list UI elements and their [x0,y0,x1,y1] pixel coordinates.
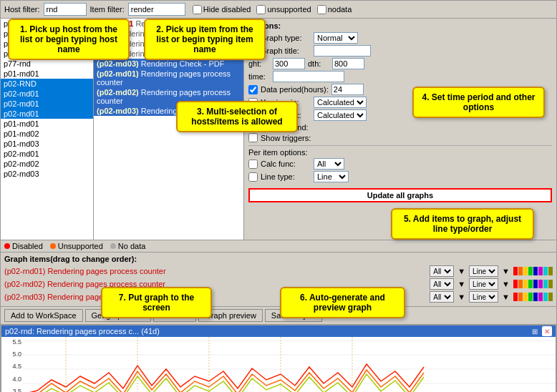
callout-4: 4. Set time period and other options [412,87,545,118]
host-item[interactable]: p01-md01 [1,119,93,129]
y-axis-max-select[interactable]: CalculatedFixed [314,109,367,121]
graph-items-title: Graph items(drag to change order): [4,255,553,263]
color-box[interactable] [528,293,533,301]
color-box[interactable] [528,280,533,288]
host-item[interactable]: p01-md02 [1,129,93,139]
color-box[interactable] [528,267,533,275]
color-box[interactable] [543,293,548,301]
color-box[interactable] [548,280,553,288]
graph-item-calc-select[interactable]: All [430,265,454,277]
color-box[interactable] [523,280,528,288]
callout-4-text: 4. Set time period and other options [422,92,535,112]
host-item[interactable]: p02-RND [1,79,93,89]
host-item[interactable]: p02-md01 [1,89,93,99]
time-input[interactable] [273,71,344,82]
graph-content: 5.5 5.0 4.5 4.0 3.5 3.0 [1,337,556,392]
color-box[interactable] [513,293,518,301]
line-type-label: Line type: [261,172,311,181]
graph-item-line-select[interactable]: Line [469,291,498,303]
height-input[interactable] [273,58,305,69]
calc-func-select[interactable]: AllMinMax [314,158,344,170]
color-box[interactable] [513,280,518,288]
color-box[interactable] [523,293,528,301]
host-filter-input[interactable] [44,3,87,16]
width-input[interactable] [332,58,364,69]
host-item[interactable]: p02-md01 [1,109,93,119]
arrow-icon: ▼ [502,267,510,275]
host-item[interactable]: p02-md01 [1,149,93,159]
list-item[interactable]: (p02-md03) Rendering Check - PDF [94,59,243,69]
line-type-select[interactable]: LineFilledBold [314,171,349,182]
graph-preview: p02-rnd: Rendering pages process c... (4… [1,325,556,392]
color-box[interactable] [518,267,523,275]
color-box[interactable] [538,267,543,275]
graph-zoom-icon[interactable]: ⊞ [530,326,540,336]
nodata-checkbox[interactable] [317,5,326,14]
host-item[interactable]: p02-md02 [1,159,93,169]
graph-item-row: (p02-rnd01) Rendering pages process coun… [4,265,553,277]
options-title: Options: [248,21,552,30]
hide-disabled-checkbox-label[interactable]: Hide disabled [193,5,251,14]
callout-1-text: 1. Pick up host from the list or begin t… [20,24,117,54]
line-type-checkbox[interactable] [248,172,258,182]
list-item[interactable]: (p02-md01) Rendering pages process count… [94,69,243,87]
color-box[interactable] [518,293,523,301]
calc-func-checkbox[interactable] [248,160,258,169]
graph-item-row: (p02-md02) Rendering pages process count… [4,278,553,290]
color-box[interactable] [513,267,518,275]
update-all-graphs-button[interactable]: Update all graphs [248,188,552,202]
color-box[interactable] [548,267,553,275]
color-box[interactable] [538,293,543,301]
y-value: 5.5 [3,338,21,346]
color-box[interactable] [523,267,528,275]
y-value: 4.0 [3,376,21,383]
callout-1: 1. Pick up host from the list or begin t… [8,19,130,60]
color-box[interactable] [533,280,538,288]
show-triggers-row: Show triggers: [248,133,552,142]
color-box[interactable] [548,293,553,301]
y-axis-min-select[interactable]: CalculatedFixed [314,97,367,108]
per-item-label: Per item options: [248,148,552,157]
item-filter-input[interactable] [128,3,185,16]
graph-item-calc-select[interactable]: All [430,278,454,290]
host-item[interactable]: p01-md01 [1,69,93,79]
add-to-workspace-button[interactable]: Add to WorkSpace [4,309,83,322]
host-item[interactable]: p01-md03 [1,139,93,149]
graph-close-icon[interactable]: ✕ [542,326,552,336]
host-item[interactable]: p02-md01 [1,99,93,109]
host-filter-label: Host filter: [4,5,40,14]
graph-item-line-select[interactable]: Line [469,265,498,277]
data-period-input[interactable] [331,84,364,95]
graph-item-name: (p02-rnd01) Rendering pages process coun… [4,267,426,275]
nodata-checkbox-label[interactable]: nodata [317,5,352,14]
graph-title-input[interactable] [314,45,371,57]
graph-type-select[interactable]: Normal Stacked Pie [314,32,358,44]
color-box[interactable] [538,280,543,288]
graph-item-line-select[interactable]: Line [469,278,498,290]
unsupported-checkbox-label[interactable]: unsupported [256,5,311,14]
data-period-checkbox[interactable] [248,85,258,94]
color-box[interactable] [518,280,523,288]
hide-disabled-checkbox[interactable] [193,5,202,14]
host-item[interactable]: p77-rnd [1,59,93,69]
graph-lines-area [23,337,556,392]
time-label: time: [248,72,270,81]
unsupported-checkbox[interactable] [256,5,266,14]
data-period-label: Data period(hours): [261,85,329,94]
color-box[interactable] [533,293,538,301]
graph-item-calc-select[interactable]: All [430,291,454,303]
color-boxes [513,280,553,288]
unsupported-legend: Unsupported [50,242,103,250]
graph-type-label: Graph type: [261,34,311,42]
color-box[interactable] [543,280,548,288]
main-container: Host filter: Item filter: Hide disabled … [0,0,557,392]
color-box[interactable] [533,267,538,275]
show-triggers-checkbox[interactable] [248,133,258,142]
height-label: ght: [248,59,270,68]
color-boxes [513,293,553,301]
line-type-row: Line type: LineFilledBold [248,171,552,182]
filter-bar: Host filter: Item filter: Hide disabled … [1,1,556,19]
host-item[interactable]: p02-md03 [1,169,93,179]
calc-func-row: Calc func: AllMinMax [248,158,552,170]
color-box[interactable] [543,267,548,275]
